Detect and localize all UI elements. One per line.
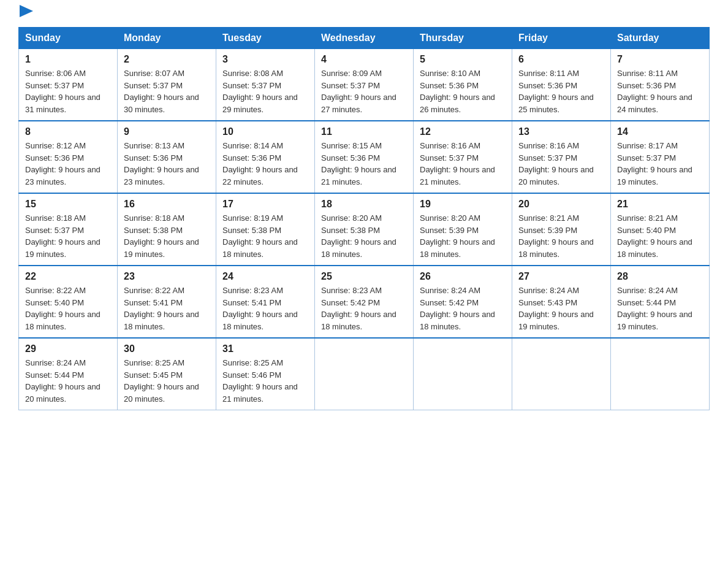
svg-marker-0 (20, 5, 33, 17)
weekday-header-tuesday: Tuesday (216, 28, 315, 49)
calendar-day-cell: 8Sunrise: 8:12 AMSunset: 5:36 PMDaylight… (19, 121, 118, 193)
day-info: Sunrise: 8:25 AMSunset: 5:46 PMDaylight:… (222, 357, 308, 405)
calendar-day-cell: 16Sunrise: 8:18 AMSunset: 5:38 PMDayligh… (118, 193, 216, 266)
calendar-day-cell: 3Sunrise: 8:08 AMSunset: 5:37 PMDaylight… (216, 49, 315, 121)
day-number: 24 (222, 271, 308, 282)
calendar-day-cell: 9Sunrise: 8:13 AMSunset: 5:36 PMDaylight… (118, 121, 216, 193)
day-info: Sunrise: 8:07 AMSunset: 5:37 PMDaylight:… (124, 67, 210, 115)
day-number: 12 (420, 126, 506, 137)
day-number: 30 (124, 343, 210, 354)
day-number: 22 (25, 271, 111, 282)
calendar-day-cell: 12Sunrise: 8:16 AMSunset: 5:37 PMDayligh… (414, 121, 512, 193)
logo (18, 12, 33, 15)
calendar-day-cell (414, 338, 512, 410)
calendar-day-cell: 11Sunrise: 8:15 AMSunset: 5:36 PMDayligh… (315, 121, 414, 193)
day-info: Sunrise: 8:17 AMSunset: 5:37 PMDaylight:… (617, 140, 703, 188)
day-number: 1 (25, 54, 111, 65)
calendar-day-cell: 31Sunrise: 8:25 AMSunset: 5:46 PMDayligh… (216, 338, 315, 410)
calendar-day-cell: 10Sunrise: 8:14 AMSunset: 5:36 PMDayligh… (216, 121, 315, 193)
day-number: 8 (25, 126, 111, 137)
day-number: 19 (420, 199, 506, 210)
day-number: 7 (617, 54, 703, 65)
day-number: 6 (518, 54, 604, 65)
day-info: Sunrise: 8:09 AMSunset: 5:37 PMDaylight:… (321, 67, 407, 115)
day-info: Sunrise: 8:25 AMSunset: 5:45 PMDaylight:… (124, 357, 210, 405)
day-number: 9 (124, 126, 210, 137)
calendar-day-cell: 22Sunrise: 8:22 AMSunset: 5:40 PMDayligh… (19, 266, 118, 338)
day-info: Sunrise: 8:06 AMSunset: 5:37 PMDaylight:… (25, 67, 111, 115)
calendar-day-cell (315, 338, 414, 410)
day-number: 23 (124, 271, 210, 282)
calendar-week-row: 8Sunrise: 8:12 AMSunset: 5:36 PMDaylight… (19, 121, 710, 193)
calendar-day-cell: 30Sunrise: 8:25 AMSunset: 5:45 PMDayligh… (118, 338, 216, 410)
weekday-header-wednesday: Wednesday (315, 28, 414, 49)
day-number: 21 (617, 199, 703, 210)
calendar-day-cell: 19Sunrise: 8:20 AMSunset: 5:39 PMDayligh… (414, 193, 512, 266)
calendar-day-cell: 1Sunrise: 8:06 AMSunset: 5:37 PMDaylight… (19, 49, 118, 121)
day-number: 31 (222, 343, 308, 354)
day-number: 5 (420, 54, 506, 65)
day-info: Sunrise: 8:11 AMSunset: 5:36 PMDaylight:… (518, 67, 604, 115)
day-number: 2 (124, 54, 210, 65)
weekday-header-thursday: Thursday (414, 28, 512, 49)
day-info: Sunrise: 8:21 AMSunset: 5:40 PMDaylight:… (617, 212, 703, 260)
day-info: Sunrise: 8:23 AMSunset: 5:42 PMDaylight:… (321, 285, 407, 332)
calendar-day-cell: 24Sunrise: 8:23 AMSunset: 5:41 PMDayligh… (216, 266, 315, 338)
calendar-week-row: 22Sunrise: 8:22 AMSunset: 5:40 PMDayligh… (19, 266, 710, 338)
calendar-day-cell: 27Sunrise: 8:24 AMSunset: 5:43 PMDayligh… (512, 266, 611, 338)
day-info: Sunrise: 8:19 AMSunset: 5:38 PMDaylight:… (222, 212, 308, 260)
day-info: Sunrise: 8:23 AMSunset: 5:41 PMDaylight:… (222, 285, 308, 332)
calendar-day-cell: 2Sunrise: 8:07 AMSunset: 5:37 PMDaylight… (118, 49, 216, 121)
day-number: 17 (222, 199, 308, 210)
day-number: 28 (617, 271, 703, 282)
day-number: 13 (518, 126, 604, 137)
calendar-day-cell: 15Sunrise: 8:18 AMSunset: 5:37 PMDayligh… (19, 193, 118, 266)
calendar-day-cell (512, 338, 611, 410)
day-number: 29 (25, 343, 111, 354)
calendar-day-cell: 21Sunrise: 8:21 AMSunset: 5:40 PMDayligh… (611, 193, 710, 266)
calendar-day-cell: 18Sunrise: 8:20 AMSunset: 5:38 PMDayligh… (315, 193, 414, 266)
calendar-day-cell: 29Sunrise: 8:24 AMSunset: 5:44 PMDayligh… (19, 338, 118, 410)
day-info: Sunrise: 8:22 AMSunset: 5:41 PMDaylight:… (124, 285, 210, 332)
calendar-day-cell (611, 338, 710, 410)
calendar-day-cell: 23Sunrise: 8:22 AMSunset: 5:41 PMDayligh… (118, 266, 216, 338)
calendar-day-cell: 14Sunrise: 8:17 AMSunset: 5:37 PMDayligh… (611, 121, 710, 193)
logo-arrow-icon (20, 5, 33, 17)
day-info: Sunrise: 8:08 AMSunset: 5:37 PMDaylight:… (222, 67, 308, 115)
calendar-day-cell: 25Sunrise: 8:23 AMSunset: 5:42 PMDayligh… (315, 266, 414, 338)
calendar-day-cell: 6Sunrise: 8:11 AMSunset: 5:36 PMDaylight… (512, 49, 611, 121)
day-info: Sunrise: 8:22 AMSunset: 5:40 PMDaylight:… (25, 285, 111, 332)
day-info: Sunrise: 8:10 AMSunset: 5:36 PMDaylight:… (420, 67, 506, 115)
calendar-table: SundayMondayTuesdayWednesdayThursdayFrid… (18, 27, 710, 410)
day-info: Sunrise: 8:18 AMSunset: 5:37 PMDaylight:… (25, 212, 111, 260)
weekday-header-monday: Monday (118, 28, 216, 49)
day-info: Sunrise: 8:24 AMSunset: 5:42 PMDaylight:… (420, 285, 506, 332)
day-number: 26 (420, 271, 506, 282)
calendar-day-cell: 26Sunrise: 8:24 AMSunset: 5:42 PMDayligh… (414, 266, 512, 338)
day-number: 14 (617, 126, 703, 137)
calendar-day-cell: 4Sunrise: 8:09 AMSunset: 5:37 PMDaylight… (315, 49, 414, 121)
day-number: 20 (518, 199, 604, 210)
calendar-week-row: 15Sunrise: 8:18 AMSunset: 5:37 PMDayligh… (19, 193, 710, 266)
day-info: Sunrise: 8:20 AMSunset: 5:38 PMDaylight:… (321, 212, 407, 260)
weekday-header-saturday: Saturday (611, 28, 710, 49)
day-info: Sunrise: 8:24 AMSunset: 5:43 PMDaylight:… (518, 285, 604, 332)
weekday-header-row: SundayMondayTuesdayWednesdayThursdayFrid… (19, 28, 710, 49)
calendar-day-cell: 20Sunrise: 8:21 AMSunset: 5:39 PMDayligh… (512, 193, 611, 266)
day-number: 25 (321, 271, 407, 282)
day-number: 3 (222, 54, 308, 65)
calendar-day-cell: 17Sunrise: 8:19 AMSunset: 5:38 PMDayligh… (216, 193, 315, 266)
day-number: 15 (25, 199, 111, 210)
day-number: 4 (321, 54, 407, 65)
page-header (18, 12, 710, 15)
day-number: 11 (321, 126, 407, 137)
day-info: Sunrise: 8:11 AMSunset: 5:36 PMDaylight:… (617, 67, 703, 115)
calendar-day-cell: 13Sunrise: 8:16 AMSunset: 5:37 PMDayligh… (512, 121, 611, 193)
day-info: Sunrise: 8:21 AMSunset: 5:39 PMDaylight:… (518, 212, 604, 260)
calendar-week-row: 1Sunrise: 8:06 AMSunset: 5:37 PMDaylight… (19, 49, 710, 121)
weekday-header-friday: Friday (512, 28, 611, 49)
day-number: 16 (124, 199, 210, 210)
day-number: 18 (321, 199, 407, 210)
day-info: Sunrise: 8:13 AMSunset: 5:36 PMDaylight:… (124, 140, 210, 188)
calendar-day-cell: 28Sunrise: 8:24 AMSunset: 5:44 PMDayligh… (611, 266, 710, 338)
